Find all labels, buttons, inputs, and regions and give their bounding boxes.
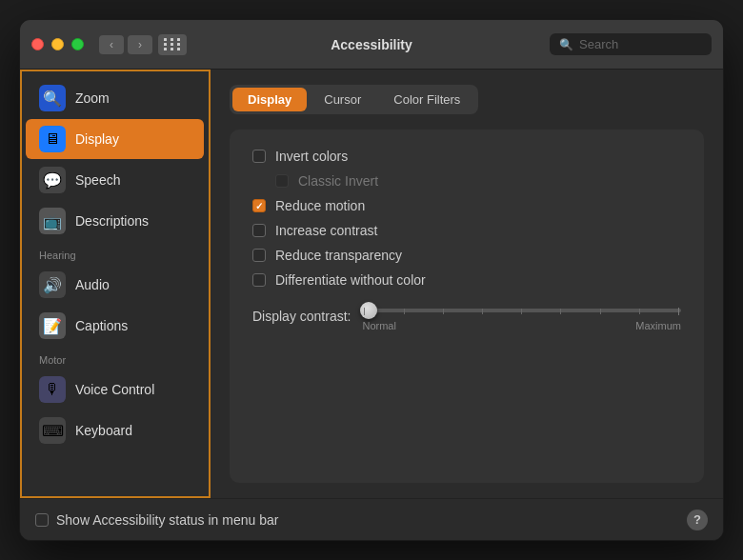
display-icon: 🖥 xyxy=(39,126,66,152)
forward-icon: › xyxy=(138,38,142,51)
back-icon: ‹ xyxy=(110,38,113,51)
slider-container: Normal Maximum xyxy=(362,301,681,331)
back-button[interactable]: ‹ xyxy=(99,35,124,54)
differentiate-without-color-row: Differentiate without color xyxy=(252,272,681,288)
grid-icon xyxy=(164,38,182,50)
sidebar-item-label: Keyboard xyxy=(75,423,132,438)
sidebar-item-label: Display xyxy=(75,131,119,147)
display-contrast-row: Display contrast: xyxy=(252,301,681,331)
motor-section-header: Motor xyxy=(20,347,210,369)
sidebar-item-label: Captions xyxy=(75,318,128,333)
traffic-lights xyxy=(31,38,84,50)
content-panel: Invert colors Classic Invert Reduce moti… xyxy=(230,130,704,483)
reduce-motion-checkbox[interactable] xyxy=(252,199,266,212)
show-status-checkbox[interactable] xyxy=(35,513,49,527)
main-content: 🔍 Zoom 🖥 Display 💬 Speech 📺 Descriptions… xyxy=(20,70,723,498)
slider-normal-label: Normal xyxy=(362,320,395,331)
reduce-transparency-checkbox[interactable] xyxy=(252,249,266,262)
window-title: Accessibility xyxy=(331,37,412,52)
titlebar: ‹ › Accessibility 🔍 xyxy=(20,20,723,70)
voice-control-icon: 🎙 xyxy=(39,376,66,403)
tab-display[interactable]: Display xyxy=(232,88,307,111)
classic-invert-checkbox[interactable] xyxy=(275,174,289,188)
sidebar-item-zoom[interactable]: 🔍 Zoom xyxy=(26,78,204,118)
show-status-row: Show Accessibility status in menu bar xyxy=(35,512,278,528)
sidebar-item-descriptions[interactable]: 📺 Descriptions xyxy=(26,201,204,241)
bottom-bar: Show Accessibility status in menu bar ? xyxy=(20,498,723,540)
search-bar[interactable]: 🔍 xyxy=(550,33,712,55)
maximize-button[interactable] xyxy=(71,38,84,50)
reduce-transparency-row: Reduce transparency xyxy=(252,248,681,263)
slider-labels: Normal Maximum xyxy=(362,320,681,331)
sidebar-item-audio[interactable]: 🔊 Audio xyxy=(26,265,204,305)
sidebar-item-label: Descriptions xyxy=(75,213,149,229)
reduce-motion-label: Reduce motion xyxy=(275,198,365,213)
accessibility-window: ‹ › Accessibility 🔍 🔍 Zoom xyxy=(19,19,724,541)
sidebar-item-speech[interactable]: 💬 Speech xyxy=(26,160,204,200)
differentiate-without-color-label: Differentiate without color xyxy=(275,272,426,288)
grid-button[interactable] xyxy=(158,34,187,55)
sidebar-item-voice-control[interactable]: 🎙 Voice Control xyxy=(26,370,204,410)
show-status-label: Show Accessibility status in menu bar xyxy=(56,512,278,528)
descriptions-icon: 📺 xyxy=(39,208,66,234)
invert-colors-label: Invert colors xyxy=(275,149,348,164)
increase-contrast-row: Increase contrast xyxy=(252,223,681,238)
sidebar-item-label: Zoom xyxy=(75,90,110,106)
display-contrast-label: Display contrast: xyxy=(252,309,351,324)
classic-invert-row: Classic Invert xyxy=(252,173,681,189)
minimize-button[interactable] xyxy=(51,38,64,50)
increase-contrast-label: Increase contrast xyxy=(275,223,377,238)
speech-icon: 💬 xyxy=(39,167,66,193)
increase-contrast-checkbox[interactable] xyxy=(252,224,266,237)
forward-button[interactable]: › xyxy=(128,35,152,54)
tab-cursor[interactable]: Cursor xyxy=(309,88,376,111)
sidebar-item-label: Voice Control xyxy=(75,382,154,397)
reduce-motion-row: Reduce motion xyxy=(252,198,681,213)
tab-bar: Display Cursor Color Filters xyxy=(230,85,478,114)
right-panel: Display Cursor Color Filters Invert colo… xyxy=(211,70,723,498)
nav-buttons: ‹ › xyxy=(99,35,152,54)
zoom-icon: 🔍 xyxy=(39,85,66,111)
classic-invert-label: Classic Invert xyxy=(298,173,378,189)
sidebar-item-label: Speech xyxy=(75,172,120,188)
keyboard-icon: ⌨ xyxy=(39,417,66,444)
sidebar-item-keyboard[interactable]: ⌨ Keyboard xyxy=(26,410,204,450)
slider-maximum-label: Maximum xyxy=(635,320,681,331)
search-icon: 🔍 xyxy=(559,38,573,51)
sidebar-item-display[interactable]: 🖥 Display xyxy=(26,119,204,159)
search-input[interactable] xyxy=(579,37,702,51)
sidebar-item-captions[interactable]: 📝 Captions xyxy=(26,306,204,346)
invert-colors-checkbox[interactable] xyxy=(252,150,266,163)
hearing-section-header: Hearing xyxy=(20,242,210,264)
captions-icon: 📝 xyxy=(39,312,66,339)
invert-colors-row: Invert colors xyxy=(252,149,681,164)
slider-track[interactable] xyxy=(362,309,681,312)
close-button[interactable] xyxy=(31,38,44,50)
sidebar-item-label: Audio xyxy=(75,277,110,292)
audio-icon: 🔊 xyxy=(39,271,66,298)
reduce-transparency-label: Reduce transparency xyxy=(275,248,402,263)
tab-color-filters[interactable]: Color Filters xyxy=(378,88,475,111)
help-button[interactable]: ? xyxy=(687,510,708,530)
sidebar: 🔍 Zoom 🖥 Display 💬 Speech 📺 Descriptions… xyxy=(20,70,211,498)
differentiate-without-color-checkbox[interactable] xyxy=(252,273,266,287)
